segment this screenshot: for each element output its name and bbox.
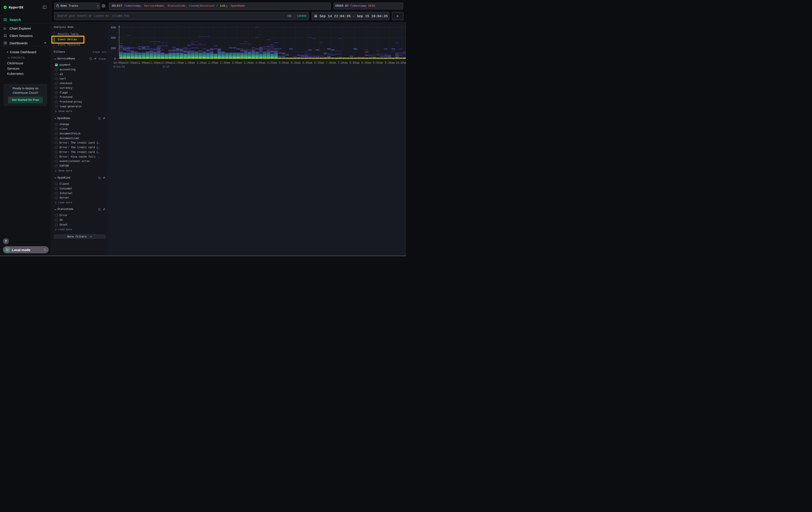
svg-text:3:30am: 3:30am: [243, 61, 254, 64]
svg-text:12:00am: 12:00am: [160, 61, 172, 64]
svg-text:6:30am: 6:30am: [314, 61, 324, 64]
svg-text:400: 400: [111, 36, 116, 39]
svg-text:8:00am: 8:00am: [349, 61, 359, 64]
svg-text:200: 200: [111, 47, 116, 50]
svg-text:9/14/25: 9/14/25: [113, 65, 125, 69]
svg-text:9:00am: 9:00am: [373, 61, 383, 64]
svg-text:4:00am: 4:00am: [255, 61, 265, 64]
svg-text:5:00am: 5:00am: [279, 61, 289, 64]
svg-text:7:30am: 7:30am: [338, 61, 348, 64]
svg-text:2:30am: 2:30am: [220, 61, 230, 64]
svg-text:10:00am: 10:00am: [396, 61, 406, 64]
svg-text:9/15: 9/15: [163, 65, 170, 69]
svg-text:1:00am: 1:00am: [185, 61, 195, 64]
svg-text:10:00pm: 10:00pm: [113, 61, 125, 64]
svg-text:5:30am: 5:30am: [291, 61, 300, 64]
svg-text:12:30am: 12:30am: [172, 61, 184, 64]
svg-text:4:30am: 4:30am: [267, 61, 277, 64]
svg-text:8:30am: 8:30am: [361, 61, 371, 64]
svg-text:2:00am: 2:00am: [208, 61, 218, 64]
svg-text:3:00am: 3:00am: [232, 61, 242, 64]
svg-text:600: 600: [111, 26, 116, 29]
svg-text:6:00am: 6:00am: [302, 61, 312, 64]
svg-text:11:00pm: 11:00pm: [137, 61, 149, 64]
svg-text:10:30pm: 10:30pm: [125, 61, 137, 64]
svg-text:9:30am: 9:30am: [385, 61, 395, 64]
svg-text:1:30am: 1:30am: [197, 61, 207, 64]
svg-text:7:00am: 7:00am: [326, 61, 336, 64]
svg-text:11:30pm: 11:30pm: [148, 61, 160, 64]
svg-text:0: 0: [114, 57, 116, 60]
